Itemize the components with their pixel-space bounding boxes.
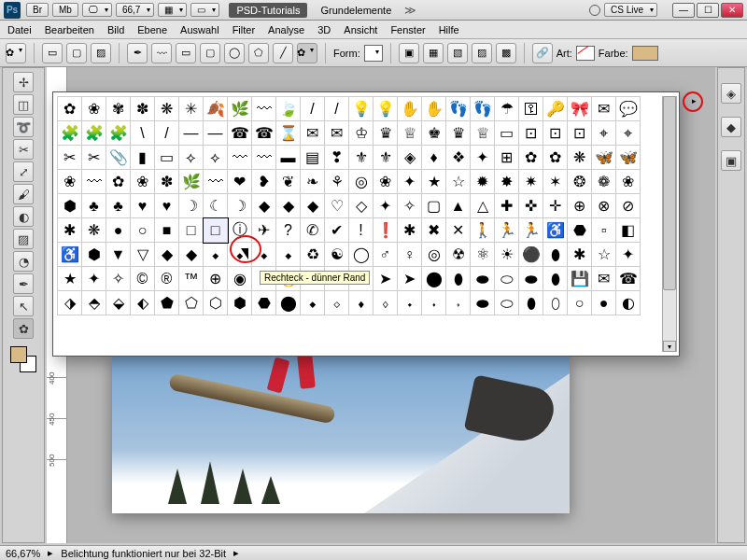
shape-cell[interactable]: ™ <box>179 267 204 291</box>
shape-cell[interactable]: 〰 <box>252 97 276 121</box>
shape-cell[interactable]: ⬮ <box>519 291 543 315</box>
view-arrange-button[interactable]: ▦ <box>158 3 187 17</box>
shape-cell[interactable]: 🧩 <box>58 121 82 146</box>
shape-cell[interactable]: 👣 <box>446 97 471 121</box>
shapelayer-mode-button[interactable]: ▭ <box>42 43 63 63</box>
workspace-tab-grundelemente[interactable]: Grundelemente <box>313 3 399 18</box>
pen-tool[interactable]: ✒ <box>13 273 34 294</box>
shape-cell[interactable]: 🍂 <box>204 97 228 121</box>
shape-cell[interactable]: ✾ <box>106 97 131 121</box>
shape-cell[interactable]: ☀ <box>495 243 519 267</box>
shape-cell[interactable]: ⚫ <box>519 243 543 267</box>
path-mode-button[interactable]: ▢ <box>66 43 87 63</box>
shape-cell[interactable]: ✱ <box>568 243 592 267</box>
flyout-menu-button[interactable]: ▸ <box>688 95 699 106</box>
shape-cell[interactable]: ◐ <box>616 291 641 315</box>
shape-cell[interactable]: ⬥ <box>252 243 276 267</box>
shape-cell[interactable]: ✿ <box>58 97 82 121</box>
shape-cell[interactable]: ☂ <box>495 97 519 121</box>
shape-cell[interactable]: ♡ <box>325 194 349 218</box>
shape-cell[interactable]: ☎ <box>228 121 252 146</box>
shape-cell[interactable]: ⬦ <box>325 291 349 315</box>
shape-cell[interactable]: ▮ <box>131 146 155 170</box>
zoom-level-dropdown[interactable]: 66,7 <box>116 3 154 17</box>
menu-auswahl[interactable]: Auswahl <box>180 24 219 35</box>
shape-cell[interactable]: 📎 <box>106 146 131 170</box>
shape-cell[interactable]: ✉ <box>592 267 616 291</box>
combine-subtract-button[interactable]: ▧ <box>447 43 468 63</box>
shape-cell[interactable]: ◆ <box>276 194 301 218</box>
shape-cell[interactable]: ❖ <box>446 146 471 170</box>
shape-cell[interactable]: ⬤ <box>276 291 301 315</box>
window-close-button[interactable]: ✕ <box>721 3 743 18</box>
shape-cell[interactable]: ⬯ <box>543 291 568 315</box>
shape-cell[interactable]: ❋ <box>82 218 106 243</box>
shape-cell[interactable]: ♿ <box>58 243 82 267</box>
shape-cell[interactable]: ✦ <box>374 194 398 218</box>
shape-cell[interactable]: ⬠ <box>179 291 204 315</box>
shape-cell[interactable]: 💡 <box>349 97 374 121</box>
shape-cell[interactable]: ◯ <box>349 243 374 267</box>
shape-cell[interactable]: ⌖ <box>592 121 616 146</box>
brush-tool[interactable]: 🖌 <box>13 184 34 204</box>
shape-cell[interactable]: ❀ <box>58 170 82 194</box>
shape-cell[interactable]: ◆ <box>252 194 276 218</box>
shape-cell[interactable]: ▲ <box>446 194 471 218</box>
shape-cell[interactable]: 🦋 <box>616 146 641 170</box>
menu-hilfe[interactable]: Hilfe <box>439 24 459 35</box>
lasso-tool[interactable]: ➰ <box>13 117 34 137</box>
shape-cell[interactable]: ➤ <box>398 267 422 291</box>
freeform-pen-icon[interactable]: 〰 <box>151 43 172 63</box>
shape-cell[interactable]: ⊡ <box>568 121 592 146</box>
shape-cell[interactable]: ⬮ <box>543 243 568 267</box>
shape-cell[interactable]: ❋ <box>155 97 179 121</box>
shape-cell[interactable]: ⚛ <box>471 243 495 267</box>
shape-cell[interactable]: ⬬ <box>471 267 495 291</box>
shape-cell[interactable]: ✱ <box>58 218 82 243</box>
layers-panel-icon[interactable]: ◈ <box>721 83 741 104</box>
shape-cell[interactable]: ✱ <box>398 218 422 243</box>
paths-panel-icon[interactable]: ▣ <box>721 150 741 171</box>
shape-cell[interactable]: ⬨ <box>374 291 398 315</box>
menu-bearbeiten[interactable]: Bearbeiten <box>45 24 94 35</box>
status-zoom[interactable]: 66,67% <box>6 548 40 559</box>
shape-cell[interactable]: ⊡ <box>519 121 543 146</box>
shape-cell[interactable]: ⬬ <box>519 267 543 291</box>
shape-cell[interactable]: ✦ <box>471 146 495 170</box>
shape-cell[interactable]: ⬬ <box>471 291 495 315</box>
menu-analyse[interactable]: Analyse <box>268 24 304 35</box>
shape-cell[interactable]: ⌖ <box>616 121 641 146</box>
shape-cell[interactable]: ◎ <box>422 243 446 267</box>
shape-cell[interactable]: ⬭ <box>495 291 519 315</box>
shape-cell[interactable]: ⬭ <box>495 267 519 291</box>
shape-cell[interactable]: ◧ <box>616 218 641 243</box>
shape-cell[interactable]: ✔ <box>325 218 349 243</box>
shape-cell[interactable]: ⬗ <box>58 291 82 315</box>
shape-cell[interactable]: △ <box>471 194 495 218</box>
shape-cell[interactable]: ✽ <box>155 170 179 194</box>
shape-cell[interactable]: ⬮ <box>543 267 568 291</box>
shape-cell[interactable]: ✋ <box>422 97 446 121</box>
shape-cell[interactable]: ● <box>592 291 616 315</box>
shape-cell[interactable]: ▽ <box>131 243 155 267</box>
shape-cell[interactable]: ⬘ <box>82 291 106 315</box>
shape-cell[interactable]: 🧩 <box>106 121 131 146</box>
shape-cell[interactable]: ✛ <box>543 194 568 218</box>
shape-cell[interactable]: ⬡ <box>204 291 228 315</box>
shape-cell[interactable]: ♔ <box>349 121 374 146</box>
shape-cell[interactable]: ◎ <box>349 170 374 194</box>
shape-cell[interactable]: ✉ <box>592 97 616 121</box>
shape-cell[interactable]: ♛ <box>446 121 471 146</box>
shape-cell[interactable]: ▭ <box>155 146 179 170</box>
shape-cell[interactable]: ✖ <box>422 218 446 243</box>
shape-cell[interactable]: ✂ <box>82 146 106 170</box>
shape-cell[interactable]: — <box>204 121 228 146</box>
shape-cell[interactable]: ⬙ <box>106 291 131 315</box>
scrollbar-down-button[interactable]: ▾ <box>663 341 676 352</box>
minibridge-button[interactable]: Mb <box>52 3 78 17</box>
shape-cell[interactable]: 〰 <box>252 146 276 170</box>
shape-cell[interactable]: ⚜ <box>349 146 374 170</box>
shape-cell[interactable]: ♣ <box>106 194 131 218</box>
shape-cell[interactable]: 👣 <box>471 97 495 121</box>
shape-cell[interactable]: ☆ <box>592 243 616 267</box>
